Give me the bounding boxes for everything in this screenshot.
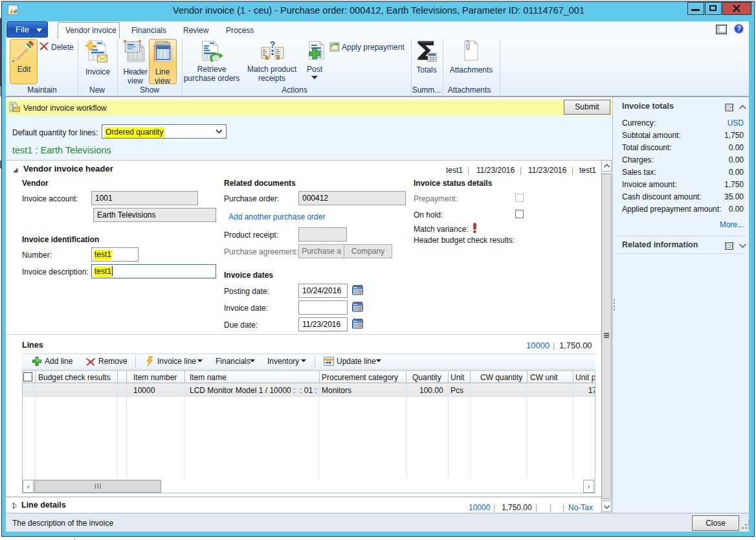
svg-text:?: ? (270, 41, 276, 50)
svg-text:?: ? (737, 25, 741, 32)
